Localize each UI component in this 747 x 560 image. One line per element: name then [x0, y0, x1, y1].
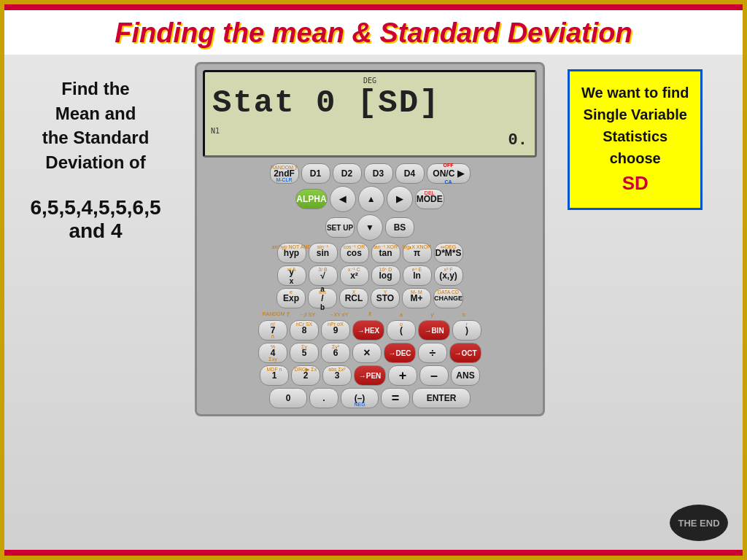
button-open-paren[interactable]: o (	[387, 320, 416, 341]
deg-indicator: DEG	[212, 77, 527, 85]
button-row-1: RANDOM ȳ 2ndF M-CLR D1 D2 D3 D4 OFF ON/C…	[203, 163, 537, 184]
button-enter[interactable]: ENTER	[412, 388, 471, 408]
button-area: RANDOM ȳ 2ndF M-CLR D1 D2 D3 D4 OFF ON/C…	[203, 163, 537, 408]
button-onc[interactable]: OFF ON/C ▶ CA	[427, 163, 471, 184]
button-mode[interactable]: DEL MODE	[415, 189, 444, 209]
button-oct[interactable]: →OCT	[449, 343, 481, 363]
button-sin[interactable]: sin⁻¹ sin	[309, 243, 338, 263]
button-1[interactable]: MDF n 1	[260, 365, 289, 386]
button-dec[interactable]: →DEC	[384, 343, 416, 363]
button-2[interactable]: DRG▶ Σx 2	[291, 365, 320, 386]
button-d2[interactable]: D2	[333, 163, 362, 184]
button-cos[interactable]: cos⁻¹ OR cos	[340, 243, 369, 263]
button-plus[interactable]: +	[388, 365, 417, 386]
button-2ndf[interactable]: RANDOM ȳ 2ndF M-CLR	[270, 163, 299, 184]
button-d4[interactable]: D4	[395, 163, 425, 184]
info-box: We want to find Single Variable Statisti…	[568, 69, 703, 210]
button-dot[interactable]: .	[309, 388, 338, 408]
button-row-3: SET UP ▼ BS	[203, 214, 537, 241]
end-badge-text: THE END	[678, 518, 719, 529]
button-0[interactable]: 0	[269, 388, 307, 408]
top-labels-row: RANDOM ȳ →β SY →XY σY x̄ a y' b	[203, 311, 537, 318]
button-pen[interactable]: →PEN	[354, 365, 386, 386]
button-pi[interactable]: log₃X XNOR π	[403, 243, 432, 263]
button-ans[interactable]: ANS	[451, 365, 480, 386]
button-hex[interactable]: →HEX	[352, 320, 384, 341]
button-row-6: e Exp a% a/b X RCL Y STO	[203, 288, 537, 308]
button-row-9: MDF n 1 DRG▶ Σx 2 abs Σx² 3 →PEN +	[203, 365, 537, 386]
calculator-screen: DEG Stat 0 [SD] N1 0.	[203, 70, 537, 158]
button-ln[interactable]: eˣ E ln	[403, 265, 432, 286]
main-container: Finding the mean & Standard Deviation Fi…	[0, 0, 747, 560]
top-decorative-bar	[4, 4, 743, 10]
button-5[interactable]: Σy 5	[290, 343, 319, 363]
button-equals[interactable]: =	[381, 388, 410, 408]
button-minus[interactable]: –	[419, 365, 449, 386]
button-dms[interactable]: ⇔DEG D*M*S	[434, 243, 463, 263]
button-tan[interactable]: tan⁻¹ XOR tan	[371, 243, 400, 263]
button-row-10: 0 . (–) NEG = ENTER	[203, 388, 537, 408]
calculator-area: DEG Stat 0 [SD] N1 0. RANDOM ȳ 2ndF M-CL…	[179, 62, 560, 545]
button-setup[interactable]: SET UP	[325, 217, 355, 238]
button-alpha[interactable]: ALPHA	[295, 189, 327, 209]
button-row-7: n! 7 ñ nCr SX 8 nPr σX 9 →HEX	[203, 320, 537, 341]
button-right[interactable]: ▶	[387, 186, 413, 212]
n1-label: N1	[211, 127, 220, 135]
button-up[interactable]: ▲	[358, 186, 384, 212]
button-down[interactable]: ▼	[357, 214, 383, 241]
button-sto[interactable]: Y STO	[371, 288, 400, 308]
description-text: Find the Mean and the Standard Deviation…	[19, 77, 172, 174]
button-mplus[interactable]: M- M M+	[402, 288, 431, 308]
page-title: Finding the mean & Standard Deviation	[19, 18, 728, 49]
button-x2[interactable]: x⁻¹ C x²	[340, 265, 369, 286]
left-panel: Find the Mean and the Standard Deviation…	[19, 62, 172, 545]
button-close-paren[interactable]: r )	[452, 320, 481, 341]
button-bs[interactable]: BS	[385, 217, 414, 238]
button-multiply[interactable]: ×	[352, 343, 382, 363]
screen-display: Stat 0 [SD]	[212, 85, 527, 121]
button-bin[interactable]: →BIN	[418, 320, 450, 341]
button-neg[interactable]: (–) NEG	[341, 388, 379, 408]
button-3[interactable]: abs Σx² 3	[322, 365, 352, 386]
button-row-2: ALPHA ◀ ▲ ▶ DEL MODE	[203, 186, 537, 212]
button-divide[interactable]: ÷	[418, 343, 447, 363]
screen-value: 0.	[508, 131, 527, 149]
button-d3[interactable]: D3	[364, 163, 393, 184]
button-xy[interactable]: x³ F (x,y)	[434, 265, 463, 286]
end-badge: THE END	[670, 505, 728, 541]
button-sqrt[interactable]: 3/ B √	[309, 265, 338, 286]
sd-label: SD	[622, 172, 649, 194]
content-area: Find the Mean and the Standard Deviation…	[4, 55, 743, 552]
button-exp[interactable]: e Exp	[276, 288, 306, 308]
data-values: 6,5,5,4,5,5,6,5 and 4	[19, 196, 172, 243]
button-yx[interactable]: x/ A yx	[277, 265, 306, 286]
right-panel: We want to find Single Variable Statisti…	[568, 62, 728, 545]
button-hyp[interactable]: archyp NOT AND hyp	[277, 243, 306, 263]
button-8[interactable]: nCr SX 8	[290, 320, 319, 341]
button-d1[interactable]: D1	[301, 163, 330, 184]
button-log[interactable]: 10ˣ D log	[371, 265, 400, 286]
button-4[interactable]: % 4 Σxy	[258, 343, 287, 363]
button-rcl[interactable]: X RCL	[339, 288, 368, 308]
button-change[interactable]: DATA CD CHANGE	[433, 288, 463, 308]
button-6[interactable]: Σy² 6	[321, 343, 350, 363]
button-left[interactable]: ◀	[330, 186, 356, 212]
calculator: DEG Stat 0 [SD] N1 0. RANDOM ȳ 2ndF M-CL…	[195, 62, 545, 416]
button-ab[interactable]: a% a/b	[308, 288, 337, 308]
bottom-decorative-bar	[4, 550, 743, 556]
button-row-5: x/ A yx 3/ B √ x⁻¹ C x² 10ˣ D	[203, 265, 537, 286]
button-9[interactable]: nPr σX 9	[321, 320, 350, 341]
button-7[interactable]: n! 7 ñ	[258, 320, 287, 341]
button-row-4: archyp NOT AND hyp sin⁻¹ sin cos⁻¹ OR co…	[203, 243, 537, 263]
button-row-8: % 4 Σxy Σy 5 Σy² 6 × →DEC	[203, 343, 537, 363]
title-area: Finding the mean & Standard Deviation	[4, 10, 743, 55]
